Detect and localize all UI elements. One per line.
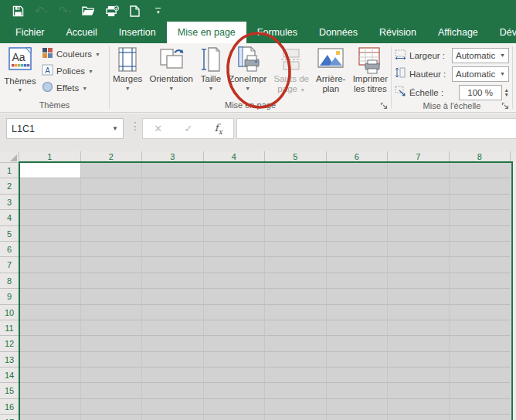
cell-L9C1[interactable]: [19, 289, 81, 304]
cell-L8C3[interactable]: [142, 273, 204, 289]
cell-L2C4[interactable]: [204, 178, 266, 194]
cell-L2C6[interactable]: [327, 178, 389, 194]
cell-L6C4[interactable]: [204, 242, 266, 257]
cell-L2C7[interactable]: [388, 178, 450, 194]
cell-L16C6[interactable]: [327, 399, 389, 415]
cell-L2C5[interactable]: [265, 178, 327, 194]
scale-spinner[interactable]: ▲▼: [504, 88, 509, 97]
cell-L3C7[interactable]: [388, 195, 450, 210]
cell-L8C5[interactable]: [265, 273, 327, 289]
cell-L3C8[interactable]: [450, 195, 511, 210]
cell-L4C7[interactable]: [388, 210, 450, 225]
cell-L1C4[interactable]: [204, 163, 266, 178]
cell-L11C4[interactable]: [204, 320, 266, 336]
cell-L12C8[interactable]: [450, 336, 511, 351]
cell-L8C8[interactable]: [450, 273, 511, 289]
row-header-14[interactable]: 14: [0, 368, 19, 383]
select-all-corner[interactable]: [0, 151, 19, 163]
cell-L13C1[interactable]: [19, 352, 81, 368]
cell-L17C8[interactable]: [450, 415, 511, 420]
cell-L10C1[interactable]: [19, 305, 81, 320]
cell-L4C8[interactable]: [450, 210, 511, 225]
cell-L3C2[interactable]: [81, 195, 143, 210]
cell-L13C4[interactable]: [204, 352, 266, 368]
cell-L3C1[interactable]: [19, 195, 81, 210]
cell-L4C5[interactable]: [265, 210, 327, 225]
cell-L9C6[interactable]: [327, 289, 389, 304]
cell-L12C7[interactable]: [388, 336, 450, 351]
cell-L1C1[interactable]: [19, 163, 81, 178]
cell-L7C6[interactable]: [327, 257, 389, 273]
cell-L10C6[interactable]: [327, 305, 389, 320]
cell-L15C6[interactable]: [327, 383, 389, 398]
cell-L1C6[interactable]: [327, 163, 389, 178]
cell-L8C1[interactable]: [19, 273, 81, 289]
cell-L7C8[interactable]: [450, 257, 511, 273]
cell-L16C7[interactable]: [388, 399, 450, 415]
cell-L9C7[interactable]: [388, 289, 450, 304]
row-header-1[interactable]: 1: [0, 163, 19, 178]
cell-L9C2[interactable]: [81, 289, 143, 304]
row-header-2[interactable]: 2: [0, 178, 19, 194]
save-icon[interactable]: [12, 2, 24, 19]
cell-L17C7[interactable]: [388, 415, 450, 420]
cell-L6C6[interactable]: [327, 242, 389, 257]
cell-L6C7[interactable]: [388, 242, 450, 257]
cell-L15C5[interactable]: [265, 383, 327, 398]
cell-L1C8[interactable]: [450, 163, 511, 178]
cell-L4C1[interactable]: [19, 210, 81, 225]
page-setup-dialog-launcher[interactable]: [380, 102, 389, 110]
cell-L5C7[interactable]: [388, 226, 450, 242]
cell-L17C2[interactable]: [81, 415, 143, 420]
row-header-12[interactable]: 12: [0, 336, 19, 351]
cell-L12C1[interactable]: [19, 336, 81, 351]
cell-L6C5[interactable]: [265, 242, 327, 257]
cell-L5C1[interactable]: [19, 226, 81, 242]
cell-L11C1[interactable]: [19, 320, 81, 336]
cell-L14C8[interactable]: [450, 368, 511, 383]
cell-L9C8[interactable]: [450, 289, 511, 304]
row-header-10[interactable]: 10: [0, 305, 19, 320]
scale-dialog-launcher[interactable]: [501, 102, 510, 110]
cell-L8C7[interactable]: [388, 273, 450, 289]
cell-L12C6[interactable]: [327, 336, 389, 351]
column-header-4[interactable]: 4: [204, 151, 266, 163]
effects-button[interactable]: Effets ▼: [40, 80, 102, 96]
cell-L7C2[interactable]: [81, 257, 143, 273]
cell-L16C3[interactable]: [142, 399, 204, 415]
formula-input[interactable]: [236, 118, 516, 139]
column-header-5[interactable]: 5: [265, 151, 327, 163]
cell-L10C5[interactable]: [265, 305, 327, 320]
cell-L13C5[interactable]: [265, 352, 327, 368]
row-header-5[interactable]: 5: [0, 226, 19, 242]
column-header-2[interactable]: 2: [81, 151, 143, 163]
tab-accueil[interactable]: Accueil: [56, 22, 108, 43]
cell-L16C2[interactable]: [81, 399, 143, 415]
cell-L10C3[interactable]: [142, 305, 204, 320]
tab-fichier[interactable]: Fichier: [5, 22, 56, 43]
cell-L12C4[interactable]: [204, 336, 266, 351]
cell-L8C4[interactable]: [204, 273, 266, 289]
cell-L15C2[interactable]: [81, 383, 143, 398]
cell-L5C3[interactable]: [142, 226, 204, 242]
cell-L4C4[interactable]: [204, 210, 266, 225]
cell-L16C1[interactable]: [19, 399, 81, 415]
row-header-8[interactable]: 8: [0, 273, 19, 289]
cell-L14C6[interactable]: [327, 368, 389, 383]
row-header-16[interactable]: 16: [0, 399, 19, 415]
cell-L8C6[interactable]: [327, 273, 389, 289]
cell-L2C3[interactable]: [142, 178, 204, 194]
cell-L6C1[interactable]: [19, 242, 81, 257]
cell-L17C6[interactable]: [327, 415, 389, 420]
cell-L14C7[interactable]: [388, 368, 450, 383]
cell-L5C2[interactable]: [81, 226, 143, 242]
cell-L4C2[interactable]: [81, 210, 143, 225]
cell-L16C4[interactable]: [204, 399, 266, 415]
tab-affichage[interactable]: Affichage: [427, 22, 489, 43]
scale-value-input[interactable]: 100 %: [459, 85, 502, 100]
cell-L1C7[interactable]: [388, 163, 450, 178]
cell-L14C4[interactable]: [204, 368, 266, 383]
cell-L13C3[interactable]: [142, 352, 204, 368]
cell-L16C8[interactable]: [450, 399, 511, 415]
print-titles-button[interactable]: Imprimer les titres: [353, 43, 388, 100]
